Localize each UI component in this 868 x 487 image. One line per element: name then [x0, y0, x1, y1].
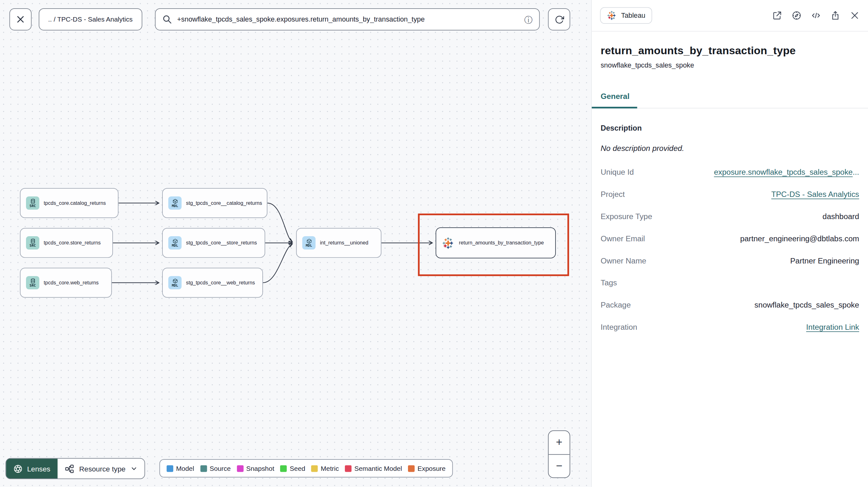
node-label: int_returns__unioned — [320, 240, 368, 246]
owner-name-value: Partner Engineering — [790, 256, 859, 265]
legend-swatch-source — [200, 465, 207, 472]
legend-swatch-semantic-model — [345, 465, 351, 472]
close-icon — [18, 17, 23, 22]
source-badge: SRC — [26, 276, 39, 290]
close-lineage-button[interactable] — [9, 8, 32, 30]
node-label: tpcds_core.catalog_returns — [44, 200, 106, 206]
legend-item: Exposure — [408, 464, 445, 472]
panel-tabs: General — [592, 91, 868, 108]
tableau-logo-icon — [607, 10, 616, 20]
model-badge: MDL — [168, 236, 182, 250]
breadcrumb-label: .. / TPC-DS - Sales Analytics — [48, 15, 133, 23]
share-icon — [830, 10, 840, 20]
lineage-node-stg-web-returns[interactable]: MDL stg_tpcds_core__web_returns — [162, 268, 263, 298]
share-button[interactable] — [830, 10, 840, 20]
breadcrumb[interactable]: .. / TPC-DS - Sales Analytics — [39, 8, 142, 30]
legend-swatch-model — [166, 465, 173, 472]
dbt-explorer-lineage-screen: .. / TPC-DS - Sales Analytics ⓘ SRC tpc — [0, 0, 868, 487]
truncation-ellipsis: ... — [853, 168, 859, 176]
field-row-owner-email: Owner Email partner_engineering@dbtlabs.… — [600, 234, 859, 243]
legend-swatch-exposure — [408, 465, 415, 472]
node-label: stg_tpcds_core__store_returns — [186, 240, 257, 246]
model-badge: MDL — [168, 276, 182, 290]
cube-icon — [172, 238, 178, 244]
lineage-node-exposure-return-amounts[interactable]: return_amounts_by_transaction_type — [436, 227, 556, 258]
resource-type-dropdown[interactable]: Resource type — [57, 459, 144, 479]
details-panel-header: Tableau — [592, 0, 868, 31]
description-heading: Description — [600, 124, 859, 132]
code-icon — [811, 10, 821, 20]
tableau-logo-icon — [442, 236, 454, 249]
zoom-controls: + − — [548, 430, 570, 478]
aperture-icon — [13, 464, 23, 474]
package-value: snowflake_tpcds_sales_spoke — [754, 300, 859, 309]
lineage-node-int-returns-unioned[interactable]: MDL int_returns__unioned — [296, 228, 382, 258]
cube-icon — [172, 198, 178, 204]
node-label: return_amounts_by_transaction_type — [459, 240, 544, 246]
close-panel-button[interactable] — [849, 10, 860, 20]
legend-swatch-snapshot — [237, 465, 243, 472]
field-row-owner-name: Owner Name Partner Engineering — [600, 256, 859, 265]
lenses-label: Lenses — [27, 464, 51, 473]
hierarchy-icon — [65, 464, 74, 474]
compass-icon — [792, 10, 801, 20]
resource-type-legend: Model Source Snapshot Seed Metric Semant… — [160, 459, 453, 478]
zoom-in-button[interactable]: + — [549, 431, 569, 454]
lineage-canvas[interactable]: .. / TPC-DS - Sales Analytics ⓘ SRC tpc — [0, 0, 591, 487]
field-row-integration: Integration Integration Link — [600, 322, 859, 331]
project-link[interactable]: TPC-DS - Sales Analytics — [771, 190, 859, 199]
legend-item: Snapshot — [237, 464, 274, 472]
lineage-node-source-catalog-returns[interactable]: SRC tpcds_core.catalog_returns — [20, 188, 119, 218]
source-badge: SRC — [26, 196, 39, 209]
field-row-tags: Tags — [600, 279, 859, 287]
explore-button[interactable] — [792, 10, 801, 20]
legend-item: Semantic Model — [345, 464, 402, 472]
legend-swatch-seed — [280, 465, 287, 472]
description-empty-text: No description provided. — [600, 144, 859, 153]
integration-link[interactable]: Integration Link — [806, 322, 859, 331]
legend-item: Model — [166, 464, 194, 472]
legend-item: Seed — [280, 464, 306, 472]
open-in-new-icon — [772, 10, 782, 20]
unique-id-link[interactable]: exposure.snowflake_tpcds_sales_spoke — [714, 168, 852, 176]
info-icon[interactable]: ⓘ — [524, 15, 532, 24]
lenses-button[interactable]: Lenses — [6, 459, 57, 479]
zoom-out-button[interactable]: − — [549, 454, 569, 478]
close-icon — [849, 10, 860, 20]
lineage-node-source-store-returns[interactable]: SRC tpcds_core.store_returns — [20, 228, 113, 258]
database-icon — [30, 198, 35, 204]
node-label: stg_tpcds_core__catalog_returns — [186, 200, 262, 206]
field-row-unique-id: Unique Id exposure.snowflake_tpcds_sales… — [600, 168, 859, 176]
database-icon — [30, 278, 35, 284]
view-code-button[interactable] — [811, 10, 821, 20]
lineage-node-stg-store-returns[interactable]: MDL stg_tpcds_core__store_returns — [162, 228, 265, 258]
lineage-controls: Lenses Resource type — [5, 458, 145, 479]
source-badge: SRC — [26, 236, 39, 250]
search-icon — [162, 14, 172, 24]
owner-email-value: partner_engineering@dbtlabs.com — [740, 234, 859, 243]
legend-item: Source — [200, 464, 230, 472]
field-row-project: Project TPC-DS - Sales Analytics — [600, 190, 859, 199]
details-panel-content: return_amounts_by_transaction_type snowf… — [592, 44, 868, 332]
lineage-search[interactable]: ⓘ — [155, 8, 540, 30]
integration-badge-label: Tableau — [621, 12, 645, 19]
refresh-icon — [555, 14, 564, 24]
field-list: Unique Id exposure.snowflake_tpcds_sales… — [600, 168, 859, 331]
package-subtitle: snowflake_tpcds_sales_spoke — [600, 62, 859, 69]
lineage-node-stg-catalog-returns[interactable]: MDL stg_tpcds_core__catalog_returns — [162, 188, 268, 218]
details-panel: Tableau — [591, 0, 868, 487]
tab-general[interactable]: General — [592, 92, 637, 108]
node-label: stg_tpcds_core__web_returns — [186, 280, 255, 285]
field-row-exposure-type: Exposure Type dashboard — [600, 212, 859, 221]
cube-icon — [172, 278, 178, 284]
chevron-down-icon — [130, 465, 137, 472]
open-in-new-button[interactable] — [772, 10, 782, 20]
panel-action-icons — [772, 10, 860, 20]
legend-swatch-metric — [311, 465, 318, 472]
integration-badge[interactable]: Tableau — [600, 7, 652, 24]
search-input[interactable] — [177, 15, 519, 23]
database-icon — [30, 238, 35, 244]
resource-type-label: Resource type — [79, 464, 125, 473]
lineage-node-source-web-returns[interactable]: SRC tpcds_core.web_returns — [20, 268, 112, 298]
refresh-lineage-button[interactable] — [548, 8, 570, 30]
